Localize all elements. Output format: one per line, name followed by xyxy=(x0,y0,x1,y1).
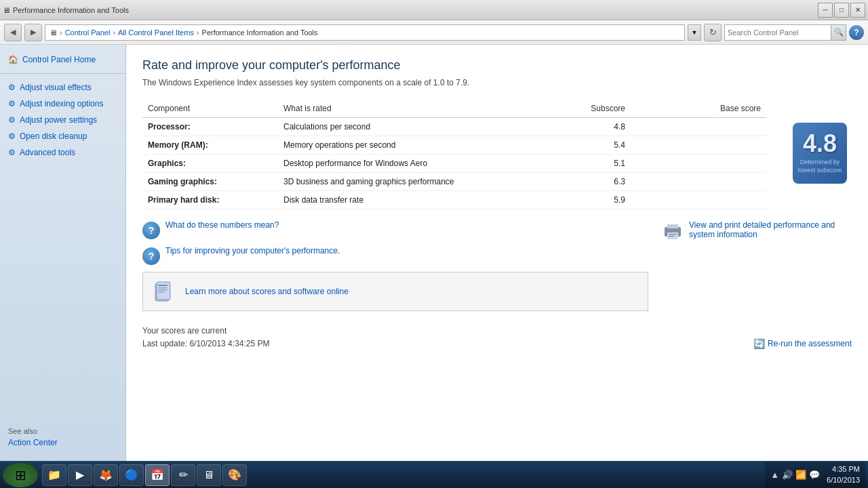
rerun-button[interactable]: 🔄 Re-run the assessment xyxy=(753,338,852,349)
links-right: View and print detailed performance and … xyxy=(662,220,852,319)
search-button[interactable]: 🔍 xyxy=(831,25,846,40)
taskbar-pencil[interactable]: ✏ xyxy=(171,464,195,486)
breadcrumb-control-panel[interactable]: Control Panel xyxy=(65,28,111,37)
rated-graphics: Desktop performance for Windows Aero xyxy=(278,155,563,173)
start-icon: ⊞ xyxy=(15,467,26,483)
sidebar-adjust-power[interactable]: ⚙ Adjust power settings xyxy=(0,112,125,128)
svg-rect-3 xyxy=(158,287,167,289)
action-center-link[interactable]: Action Center xyxy=(8,438,117,447)
search-box: 🔍 xyxy=(724,24,846,41)
sidebar-home-label: Control Panel Home xyxy=(22,55,96,64)
col-subscore: Subscore xyxy=(563,100,631,118)
page-subtitle: The Windows Experience Index assesses ke… xyxy=(142,78,852,87)
taskbar-media-player[interactable]: ▶ xyxy=(68,464,92,486)
col-what-rated: What is rated xyxy=(278,100,563,118)
window-icon: 🖥 xyxy=(3,6,10,14)
print-link[interactable]: View and print detailed performance and … xyxy=(689,220,852,239)
sidebar-bottom: See also Action Center xyxy=(0,420,125,454)
component-processor: Processor: xyxy=(142,118,278,136)
sidebar-home[interactable]: 🏠 Control Panel Home xyxy=(0,52,125,68)
system-tray: ▲ 🔊 📶 💬 4:35 PM 6/10/2013 xyxy=(765,462,865,488)
forward-button[interactable]: ▶ xyxy=(24,24,42,41)
subscore-gaming: 6.3 xyxy=(563,173,631,191)
svg-point-11 xyxy=(676,229,678,231)
adjust-visual-icon: ⚙ xyxy=(8,83,16,92)
sidebar-adjust-power-label: Adjust power settings xyxy=(20,115,97,125)
breadcrumb-dropdown[interactable]: ▼ xyxy=(688,24,701,41)
table-row: Processor: Calculations per second 4.8 xyxy=(142,118,766,136)
start-button[interactable]: ⊞ xyxy=(3,463,38,487)
sidebar-advanced-tools[interactable]: ⚙ Advanced tools xyxy=(0,144,125,161)
component-harddisk: Primary hard disk: xyxy=(142,191,278,209)
basescore-cell-ram xyxy=(631,136,766,155)
rerun-icon: 🔄 xyxy=(753,338,765,349)
svg-rect-2 xyxy=(158,285,167,286)
tray-show-hidden[interactable]: ▲ xyxy=(770,470,779,480)
close-button[interactable]: ✕ xyxy=(850,3,865,18)
page-title: Rate and improve your computer's perform… xyxy=(142,58,852,73)
tray-time-value: 4:35 PM xyxy=(827,464,860,474)
sidebar-disk-cleanup-label: Open disk cleanup xyxy=(20,131,87,141)
svg-rect-7 xyxy=(667,224,678,228)
numbers-meaning-link[interactable]: What do these numbers mean? xyxy=(165,220,279,230)
rerun-label: Re-run the assessment xyxy=(768,339,852,348)
sidebar-advanced-tools-label: Advanced tools xyxy=(20,148,75,157)
score-value: 4.8 xyxy=(803,131,837,156)
print-icon xyxy=(662,220,684,242)
footer-row: Last update: 6/10/2013 4:34:25 PM 🔄 Re-r… xyxy=(142,338,852,349)
tips-link[interactable]: Tips for improving your computer's perfo… xyxy=(165,246,340,256)
advanced-tools-icon: ⚙ xyxy=(8,148,16,157)
basescore-cell-harddisk xyxy=(631,191,766,209)
basescore-cell-gaming xyxy=(631,173,766,191)
taskbar: ⊞ 📁 ▶ 🦊 🔵 📅 ✏ 🖥 🎨 ▲ 🔊 📶 💬 4:35 PM 6/10/2… xyxy=(0,461,868,488)
numbers-meaning-row: ? What do these numbers mean? xyxy=(142,220,648,239)
title-bar-left: 🖥 Performance Information and Tools xyxy=(3,6,129,14)
col-basescore: Base score xyxy=(631,100,766,118)
search-input[interactable] xyxy=(725,25,831,40)
help-button[interactable]: ? xyxy=(849,25,864,40)
sidebar: 🏠 Control Panel Home ⚙ Adjust visual eff… xyxy=(0,45,126,461)
tray-date-value: 6/10/2013 xyxy=(827,475,860,485)
minimize-button[interactable]: ─ xyxy=(818,3,833,18)
subscore-ram: 5.4 xyxy=(563,136,631,155)
sidebar-adjust-visual[interactable]: ⚙ Adjust visual effects xyxy=(0,79,125,96)
sidebar-divider-1 xyxy=(0,73,125,74)
learn-more-link[interactable]: Learn more about scores and software onl… xyxy=(185,287,349,296)
sidebar-disk-cleanup[interactable]: ⚙ Open disk cleanup xyxy=(0,128,125,144)
breadcrumb-current: Performance Information and Tools xyxy=(202,28,318,37)
svg-rect-4 xyxy=(158,289,167,291)
main-layout: 🏠 Control Panel Home ⚙ Adjust visual eff… xyxy=(0,45,868,461)
sidebar-adjust-indexing[interactable]: ⚙ Adjust indexing options xyxy=(0,96,125,112)
breadcrumb-all-items[interactable]: All Control Panel Items xyxy=(118,28,194,37)
table-row: Memory (RAM): Memory operations per seco… xyxy=(142,136,766,155)
tray-clock[interactable]: 4:35 PM 6/10/2013 xyxy=(823,464,860,485)
tray-volume[interactable]: 🔊 xyxy=(782,470,793,480)
taskbar-paint[interactable]: 🎨 xyxy=(222,464,247,486)
taskbar-display[interactable]: 🖥 xyxy=(197,464,221,486)
svg-rect-5 xyxy=(158,291,165,293)
basescore-cell-graphics xyxy=(631,155,766,173)
question-icon-2: ? xyxy=(142,247,160,265)
taskbar-calendar[interactable]: 📅 xyxy=(145,464,170,486)
window-title: Performance Information and Tools xyxy=(13,6,129,14)
tray-action-center[interactable]: 💬 xyxy=(809,470,820,480)
content-area: Rate and improve your computer's perform… xyxy=(126,45,868,461)
component-ram: Memory (RAM): xyxy=(142,136,278,155)
disk-cleanup-icon: ⚙ xyxy=(8,131,16,141)
tray-network[interactable]: 📶 xyxy=(795,470,806,480)
basescore-cell-processor xyxy=(631,118,766,136)
scores-current-text: Your scores are current xyxy=(142,326,852,336)
svg-rect-10 xyxy=(669,236,674,237)
taskbar-chrome[interactable]: 🔵 xyxy=(119,464,144,486)
sidebar-adjust-indexing-label: Adjust indexing options xyxy=(20,99,103,108)
learn-more-box: Learn more about scores and software onl… xyxy=(142,272,648,311)
content-footer: Your scores are current Last update: 6/1… xyxy=(142,326,852,349)
taskbar-explorer[interactable]: 📁 xyxy=(42,464,66,486)
links-section: ? What do these numbers mean? ? Tips for… xyxy=(142,220,852,319)
back-button[interactable]: ◀ xyxy=(4,24,22,41)
refresh-button[interactable]: ↻ xyxy=(704,24,722,41)
links-left: ? What do these numbers mean? ? Tips for… xyxy=(142,220,648,319)
maximize-button[interactable]: □ xyxy=(834,3,849,18)
taskbar-firefox[interactable]: 🦊 xyxy=(94,464,118,486)
score-badge: 4.8 Determined by lowest subscore xyxy=(793,123,847,184)
